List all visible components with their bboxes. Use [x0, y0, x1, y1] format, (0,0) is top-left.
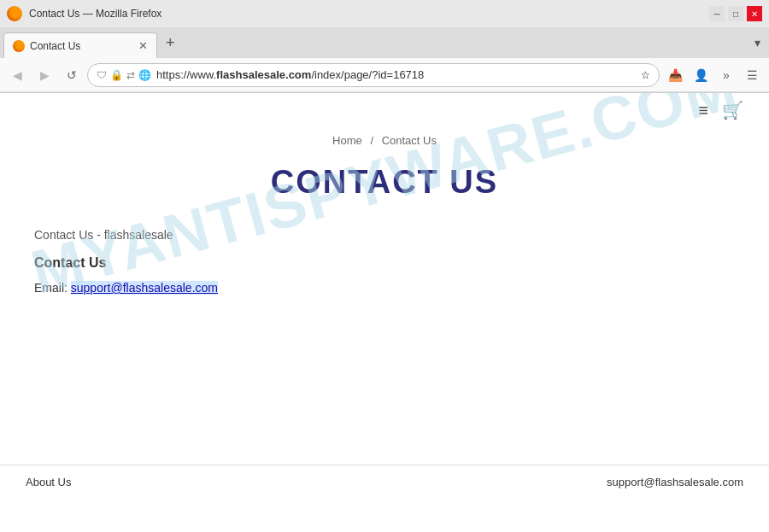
cart-icon[interactable]: 🛒: [722, 100, 743, 120]
globe-icon: 🌐: [138, 69, 151, 81]
firefox-logo-icon: [7, 6, 22, 21]
url-host: flashsalesale.com: [216, 68, 311, 81]
forward-button[interactable]: ▶: [32, 63, 56, 87]
url-security-icons: 🛡 🔒 ⇄ 🌐: [97, 69, 151, 81]
hamburger-menu-icon[interactable]: ≡: [698, 101, 708, 120]
page-title-section: CONTACT US: [0, 150, 769, 214]
maximize-button[interactable]: □: [728, 6, 743, 21]
tab-favicon-icon: [13, 40, 25, 52]
contact-heading: Contact Us: [34, 255, 735, 271]
back-button[interactable]: ◀: [5, 63, 29, 87]
content-area: Contact Us - flashsalesale Contact Us Em…: [0, 214, 769, 308]
browser-title: Contact Us — Mozilla Firefox: [29, 8, 161, 20]
breadcrumb: Home / Contact Us: [0, 134, 769, 147]
profile-button[interactable]: 👤: [689, 63, 713, 87]
nav-bar: ◀ ▶ ↺ 🛡 🔒 ⇄ 🌐 https://www.flashsalesale.…: [0, 58, 769, 92]
breadcrumb-current: Contact Us: [382, 134, 437, 147]
tab-label: Contact Us: [30, 40, 80, 52]
tab-dropdown-button[interactable]: ▾: [749, 36, 766, 50]
url-protocol: https://www.: [156, 68, 216, 81]
title-bar-left: Contact Us — Mozilla Firefox: [7, 6, 161, 21]
browser-chrome: Contact Us — Mozilla Firefox ─ □ ✕ Conta…: [0, 0, 769, 93]
page-title: CONTACT US: [0, 164, 769, 201]
breadcrumb-separator: /: [370, 134, 373, 147]
email-link[interactable]: support@flashsalesale.com: [71, 281, 218, 295]
connection-icon: ⇄: [126, 69, 135, 81]
page-footer: About Us support@flashsalesale.com: [0, 465, 769, 499]
active-tab[interactable]: Contact Us ✕: [3, 32, 157, 58]
url-text: https://www.flashsalesale.com/index/page…: [156, 68, 636, 81]
tab-close-button[interactable]: ✕: [138, 39, 148, 52]
url-bar[interactable]: 🛡 🔒 ⇄ 🌐 https://www.flashsalesale.com/in…: [87, 63, 660, 87]
close-button[interactable]: ✕: [747, 6, 762, 21]
pocket-button[interactable]: 📥: [663, 63, 687, 87]
email-line: Email: support@flashsalesale.com: [34, 281, 735, 295]
window-controls: ─ □ ✕: [709, 6, 762, 21]
shield-icon: 🛡: [97, 69, 107, 81]
tab-bar: Contact Us ✕ + ▾: [0, 27, 769, 58]
reload-button[interactable]: ↺: [60, 63, 84, 87]
footer-about-link[interactable]: About Us: [26, 476, 71, 488]
minimize-button[interactable]: ─: [709, 6, 725, 21]
nav-actions: 📥 👤 » ☰: [663, 63, 764, 87]
url-path: /index/page/?id=16718: [311, 68, 424, 81]
new-tab-button[interactable]: +: [161, 34, 180, 52]
footer-email: support@flashsalesale.com: [607, 476, 743, 488]
bookmark-icon[interactable]: ☆: [641, 69, 650, 81]
menu-button[interactable]: ☰: [740, 63, 764, 87]
content-subtitle: Contact Us - flashsalesale: [34, 228, 735, 242]
email-label: Email:: [34, 281, 68, 295]
breadcrumb-home-link[interactable]: Home: [332, 134, 362, 147]
lock-icon: 🔒: [110, 69, 123, 81]
page-header: ≡ 🛒: [0, 93, 769, 127]
webpage: MYANTISPYWARE.COM ≡ 🛒 Home / Contact Us …: [0, 93, 769, 499]
extensions-button[interactable]: »: [714, 63, 738, 87]
title-bar: Contact Us — Mozilla Firefox ─ □ ✕: [0, 0, 769, 27]
